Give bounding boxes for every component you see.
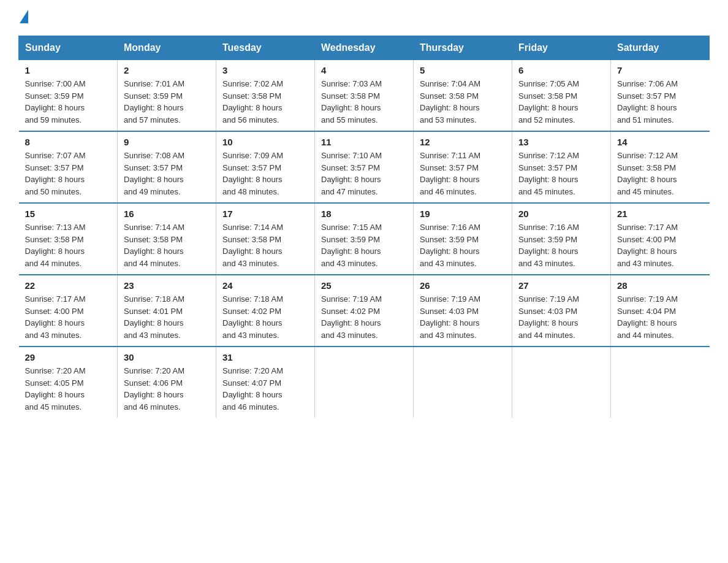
calendar-cell: 30Sunrise: 7:20 AMSunset: 4:06 PMDayligh… bbox=[118, 347, 216, 418]
day-number: 14 bbox=[617, 137, 703, 147]
day-info: Sunrise: 7:09 AMSunset: 3:57 PMDaylight:… bbox=[222, 150, 308, 197]
calendar-week-row: 29Sunrise: 7:20 AMSunset: 4:05 PMDayligh… bbox=[19, 347, 710, 418]
day-number: 29 bbox=[25, 352, 112, 362]
day-number: 27 bbox=[518, 280, 604, 291]
day-info: Sunrise: 7:19 AMSunset: 4:03 PMDaylight:… bbox=[518, 293, 604, 341]
day-number: 18 bbox=[321, 209, 407, 219]
calendar-cell: 1Sunrise: 7:00 AMSunset: 3:59 PMDaylight… bbox=[19, 60, 118, 132]
header-monday: Monday bbox=[118, 36, 216, 60]
calendar-cell: 23Sunrise: 7:18 AMSunset: 4:01 PMDayligh… bbox=[118, 275, 216, 347]
day-info: Sunrise: 7:20 AMSunset: 4:05 PMDaylight:… bbox=[25, 365, 112, 413]
day-info: Sunrise: 7:06 AMSunset: 3:57 PMDaylight:… bbox=[617, 78, 703, 126]
day-info: Sunrise: 7:12 AMSunset: 3:57 PMDaylight:… bbox=[518, 150, 604, 197]
calendar-cell: 5Sunrise: 7:04 AMSunset: 3:58 PMDaylight… bbox=[414, 60, 512, 132]
header-friday: Friday bbox=[512, 36, 611, 60]
day-number: 25 bbox=[321, 280, 407, 291]
calendar-cell: 6Sunrise: 7:05 AMSunset: 3:58 PMDaylight… bbox=[512, 60, 611, 132]
calendar-table: SundayMondayTuesdayWednesdayThursdayFrid… bbox=[18, 36, 710, 418]
calendar-cell: 3Sunrise: 7:02 AMSunset: 3:58 PMDaylight… bbox=[216, 60, 315, 132]
header-saturday: Saturday bbox=[611, 36, 710, 60]
day-number: 3 bbox=[222, 65, 308, 75]
day-info: Sunrise: 7:18 AMSunset: 4:02 PMDaylight:… bbox=[222, 293, 308, 341]
day-info: Sunrise: 7:10 AMSunset: 3:57 PMDaylight:… bbox=[321, 150, 407, 197]
day-number: 24 bbox=[222, 280, 308, 291]
day-info: Sunrise: 7:01 AMSunset: 3:59 PMDaylight:… bbox=[124, 78, 210, 126]
calendar-cell: 15Sunrise: 7:13 AMSunset: 3:58 PMDayligh… bbox=[19, 203, 118, 275]
day-number: 28 bbox=[617, 280, 703, 291]
day-number: 26 bbox=[420, 280, 506, 291]
calendar-cell bbox=[315, 347, 414, 418]
day-number: 5 bbox=[420, 65, 506, 75]
page-header bbox=[18, 12, 710, 23]
logo bbox=[18, 12, 28, 23]
day-number: 2 bbox=[124, 65, 210, 75]
day-number: 10 bbox=[222, 137, 308, 147]
header-tuesday: Tuesday bbox=[216, 36, 315, 60]
calendar-week-row: 1Sunrise: 7:00 AMSunset: 3:59 PMDaylight… bbox=[19, 60, 710, 132]
day-number: 21 bbox=[617, 209, 703, 219]
calendar-week-row: 8Sunrise: 7:07 AMSunset: 3:57 PMDaylight… bbox=[19, 131, 710, 203]
calendar-cell: 21Sunrise: 7:17 AMSunset: 4:00 PMDayligh… bbox=[611, 203, 710, 275]
calendar-cell: 11Sunrise: 7:10 AMSunset: 3:57 PMDayligh… bbox=[315, 131, 414, 203]
day-info: Sunrise: 7:19 AMSunset: 4:03 PMDaylight:… bbox=[420, 293, 506, 341]
calendar-cell: 7Sunrise: 7:06 AMSunset: 3:57 PMDaylight… bbox=[611, 60, 710, 132]
day-number: 30 bbox=[124, 352, 210, 362]
day-info: Sunrise: 7:15 AMSunset: 3:59 PMDaylight:… bbox=[321, 221, 407, 269]
day-number: 23 bbox=[124, 280, 210, 291]
day-number: 20 bbox=[518, 209, 604, 219]
day-number: 8 bbox=[25, 137, 112, 147]
day-info: Sunrise: 7:11 AMSunset: 3:57 PMDaylight:… bbox=[420, 150, 506, 197]
day-info: Sunrise: 7:05 AMSunset: 3:58 PMDaylight:… bbox=[518, 78, 604, 126]
day-number: 4 bbox=[321, 65, 407, 75]
day-number: 19 bbox=[420, 209, 506, 219]
calendar-cell: 18Sunrise: 7:15 AMSunset: 3:59 PMDayligh… bbox=[315, 203, 414, 275]
calendar-cell bbox=[512, 347, 611, 418]
calendar-cell bbox=[414, 347, 512, 418]
calendar-week-row: 22Sunrise: 7:17 AMSunset: 4:00 PMDayligh… bbox=[19, 275, 710, 347]
day-number: 7 bbox=[617, 65, 703, 75]
day-info: Sunrise: 7:17 AMSunset: 4:00 PMDaylight:… bbox=[617, 221, 703, 269]
day-info: Sunrise: 7:14 AMSunset: 3:58 PMDaylight:… bbox=[124, 221, 210, 269]
day-info: Sunrise: 7:04 AMSunset: 3:58 PMDaylight:… bbox=[420, 78, 506, 126]
calendar-cell: 14Sunrise: 7:12 AMSunset: 3:58 PMDayligh… bbox=[611, 131, 710, 203]
header-wednesday: Wednesday bbox=[315, 36, 414, 60]
day-info: Sunrise: 7:03 AMSunset: 3:58 PMDaylight:… bbox=[321, 78, 407, 126]
calendar-cell: 9Sunrise: 7:08 AMSunset: 3:57 PMDaylight… bbox=[118, 131, 216, 203]
day-info: Sunrise: 7:18 AMSunset: 4:01 PMDaylight:… bbox=[124, 293, 210, 341]
day-info: Sunrise: 7:20 AMSunset: 4:06 PMDaylight:… bbox=[124, 365, 210, 413]
day-info: Sunrise: 7:16 AMSunset: 3:59 PMDaylight:… bbox=[420, 221, 506, 269]
calendar-cell: 22Sunrise: 7:17 AMSunset: 4:00 PMDayligh… bbox=[19, 275, 118, 347]
day-info: Sunrise: 7:17 AMSunset: 4:00 PMDaylight:… bbox=[25, 293, 112, 341]
day-number: 31 bbox=[222, 352, 308, 362]
calendar-cell: 26Sunrise: 7:19 AMSunset: 4:03 PMDayligh… bbox=[414, 275, 512, 347]
day-info: Sunrise: 7:14 AMSunset: 3:58 PMDaylight:… bbox=[222, 221, 308, 269]
day-number: 1 bbox=[25, 65, 112, 75]
calendar-cell: 2Sunrise: 7:01 AMSunset: 3:59 PMDaylight… bbox=[118, 60, 216, 132]
day-number: 17 bbox=[222, 209, 308, 219]
calendar-cell: 10Sunrise: 7:09 AMSunset: 3:57 PMDayligh… bbox=[216, 131, 315, 203]
header-thursday: Thursday bbox=[414, 36, 512, 60]
calendar-cell: 12Sunrise: 7:11 AMSunset: 3:57 PMDayligh… bbox=[414, 131, 512, 203]
calendar-cell: 28Sunrise: 7:19 AMSunset: 4:04 PMDayligh… bbox=[611, 275, 710, 347]
day-number: 22 bbox=[25, 280, 112, 291]
day-info: Sunrise: 7:16 AMSunset: 3:59 PMDaylight:… bbox=[518, 221, 604, 269]
calendar-cell: 24Sunrise: 7:18 AMSunset: 4:02 PMDayligh… bbox=[216, 275, 315, 347]
day-info: Sunrise: 7:13 AMSunset: 3:58 PMDaylight:… bbox=[25, 221, 112, 269]
day-number: 13 bbox=[518, 137, 604, 147]
calendar-cell: 19Sunrise: 7:16 AMSunset: 3:59 PMDayligh… bbox=[414, 203, 512, 275]
day-info: Sunrise: 7:19 AMSunset: 4:04 PMDaylight:… bbox=[617, 293, 703, 341]
day-number: 11 bbox=[321, 137, 407, 147]
calendar-cell: 17Sunrise: 7:14 AMSunset: 3:58 PMDayligh… bbox=[216, 203, 315, 275]
day-info: Sunrise: 7:00 AMSunset: 3:59 PMDaylight:… bbox=[25, 78, 112, 126]
day-number: 16 bbox=[124, 209, 210, 219]
calendar-cell: 4Sunrise: 7:03 AMSunset: 3:58 PMDaylight… bbox=[315, 60, 414, 132]
calendar-cell: 27Sunrise: 7:19 AMSunset: 4:03 PMDayligh… bbox=[512, 275, 611, 347]
calendar-cell: 20Sunrise: 7:16 AMSunset: 3:59 PMDayligh… bbox=[512, 203, 611, 275]
day-info: Sunrise: 7:19 AMSunset: 4:02 PMDaylight:… bbox=[321, 293, 407, 341]
calendar-header-row: SundayMondayTuesdayWednesdayThursdayFrid… bbox=[19, 36, 710, 60]
calendar-cell: 25Sunrise: 7:19 AMSunset: 4:02 PMDayligh… bbox=[315, 275, 414, 347]
day-number: 15 bbox=[25, 209, 112, 219]
day-info: Sunrise: 7:12 AMSunset: 3:58 PMDaylight:… bbox=[617, 150, 703, 197]
calendar-cell bbox=[611, 347, 710, 418]
calendar-cell: 29Sunrise: 7:20 AMSunset: 4:05 PMDayligh… bbox=[19, 347, 118, 418]
